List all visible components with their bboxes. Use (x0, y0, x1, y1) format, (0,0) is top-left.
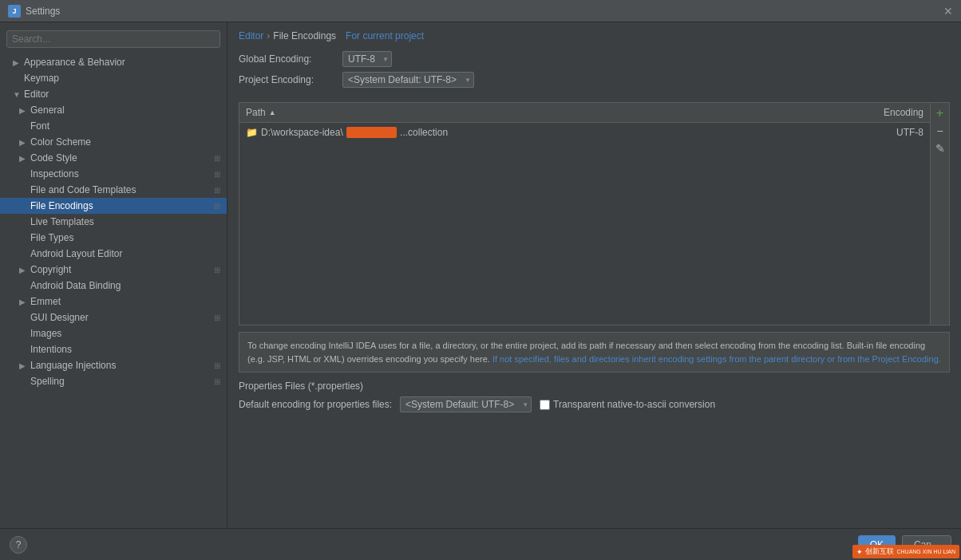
sort-arrow-icon: ▲ (269, 108, 276, 116)
sidebar-item-label: Spelling (30, 376, 65, 387)
sidebar-item-label: File and Code Templates (30, 184, 136, 195)
sidebar-item-android-data-binding[interactable]: Android Data Binding (0, 278, 227, 294)
sidebar-item-appearance-behavior[interactable]: ▶ Appearance & Behavior (0, 54, 227, 70)
global-encoding-row: Global Encoding: UTF-8 (239, 51, 950, 67)
sidebar-item-label: GUI Designer (30, 312, 89, 323)
transparent-checkbox-row: Transparent native-to-ascii conversion (540, 399, 715, 410)
sidebar-item-label: Font (30, 120, 49, 132)
edit-encoding-button[interactable]: ✎ (933, 141, 947, 156)
sidebar-item-label: Editor (24, 89, 49, 100)
path-blurred (346, 127, 397, 138)
add-encoding-button[interactable]: + (933, 106, 947, 120)
sidebar-item-gui-designer[interactable]: GUI Designer ⊞ (0, 310, 227, 325)
badge-icon: ⊞ (214, 154, 220, 163)
watermark-icon: ✦ (856, 548, 863, 556)
badge-icon: ⊞ (214, 314, 220, 322)
sidebar-item-images[interactable]: Images (0, 325, 227, 341)
sidebar-item-label: Images (30, 328, 61, 339)
description-text2: If not specified, files and directories … (492, 354, 941, 364)
sidebar-item-label: General (30, 105, 65, 116)
sidebar-item-live-templates[interactable]: Live Templates (0, 214, 227, 230)
project-encoding-select[interactable]: <System Default: UTF-8> (342, 72, 474, 88)
sidebar-item-file-code-templates[interactable]: File and Code Templates ⊞ (0, 182, 227, 198)
expand-arrow: ▶ (19, 266, 27, 274)
sidebar-item-label: Live Templates (30, 216, 94, 227)
bottom-bar: ? OK Can... (0, 528, 961, 560)
global-encoding-wrapper: UTF-8 (342, 51, 392, 67)
project-encoding-label: Project Encoding: (239, 74, 342, 85)
badge-icon: ⊞ (214, 170, 220, 179)
sidebar-item-spelling[interactable]: Spelling ⊞ (0, 373, 227, 389)
file-table-container: Path ▲ Encoding 📁 D:\workspace-idea\ (239, 102, 950, 325)
global-encoding-select[interactable]: UTF-8 (342, 51, 392, 67)
expand-arrow: ▶ (19, 361, 27, 370)
sidebar-item-file-types[interactable]: File Types (0, 230, 227, 246)
col-path-header[interactable]: Path ▲ (239, 105, 834, 120)
path-end: ...collection (400, 127, 448, 138)
sidebar-item-android-layout-editor[interactable]: Android Layout Editor (0, 246, 227, 262)
sidebar-item-intentions[interactable]: Intentions (0, 341, 227, 357)
sidebar-item-code-style[interactable]: ▶ Code Style ⊞ (0, 150, 227, 166)
sidebar-item-keymap[interactable]: Keymap (0, 70, 227, 86)
sidebar-item-emmet[interactable]: ▶ Emmet (0, 294, 227, 310)
breadcrumb-editor-link[interactable]: Editor (239, 30, 263, 41)
transparent-checkbox[interactable] (540, 400, 550, 410)
watermark-subtext: CHUANG XIN HU LIAN (896, 549, 955, 554)
expand-arrow: ▼ (13, 90, 21, 99)
badge-icon: ⊞ (214, 266, 220, 274)
sidebar-item-label: Intentions (30, 344, 72, 355)
sidebar-item-label: Emmet (30, 296, 61, 307)
sidebar-item-label: Language Injections (30, 360, 116, 371)
table-body: 📁 D:\workspace-idea\ ...collection UTF-8 (239, 123, 930, 325)
table-row[interactable]: 📁 D:\workspace-idea\ ...collection UTF-8 (239, 123, 930, 143)
sidebar-item-label: Code Style (30, 152, 77, 164)
sidebar-item-label: Keymap (24, 73, 59, 84)
badge-icon: ⊞ (214, 186, 220, 195)
help-button[interactable]: ? (10, 536, 27, 554)
col-encoding-header[interactable]: Encoding (834, 105, 930, 120)
sidebar-item-color-scheme[interactable]: ▶ Color Scheme (0, 134, 227, 150)
cell-path: 📁 D:\workspace-idea\ ...collection (239, 125, 834, 140)
table-toolbar: + − ✎ (930, 103, 949, 325)
sidebar-item-inspections[interactable]: Inspections ⊞ (0, 166, 227, 182)
path-start: D:\workspace-idea\ (261, 127, 343, 138)
properties-row: Default encoding for properties files: <… (239, 396, 950, 412)
content-area: Editor › File Encodings For current proj… (227, 22, 961, 528)
sidebar-item-file-encodings[interactable]: File Encodings ⊞ (0, 198, 227, 214)
sidebar-item-general[interactable]: ▶ General (0, 102, 227, 118)
sidebar-item-label: Appearance & Behavior (24, 57, 125, 68)
breadcrumb-current: File Encodings (273, 30, 336, 41)
breadcrumb-separator: › (267, 30, 270, 41)
breadcrumb: Editor › File Encodings For current proj… (227, 22, 961, 48)
search-input[interactable] (6, 30, 220, 48)
folder-icon: 📁 (246, 127, 258, 138)
badge-icon: ⊞ (214, 377, 220, 386)
sidebar-item-label: Android Data Binding (30, 280, 121, 291)
badge-icon: ⊞ (214, 202, 220, 211)
title-bar: J Settings ✕ (0, 0, 961, 22)
table-main: Path ▲ Encoding 📁 D:\workspace-idea\ (239, 103, 949, 325)
sidebar-item-editor[interactable]: ▼ Editor (0, 86, 227, 102)
properties-encoding-wrapper: <System Default: UTF-8> (400, 396, 532, 412)
sidebar-item-label: File Encodings (30, 200, 93, 211)
badge-icon: ⊞ (214, 361, 220, 370)
window-title: Settings (26, 6, 60, 17)
sidebar-item-copyright[interactable]: ▶ Copyright ⊞ (0, 262, 227, 278)
sidebar-item-font[interactable]: Font (0, 118, 227, 134)
global-encoding-label: Global Encoding: (239, 53, 342, 65)
table-header: Path ▲ Encoding (239, 103, 930, 123)
sidebar-item-label: Inspections (30, 168, 79, 179)
sidebar-item-language-injections[interactable]: ▶ Language Injections ⊞ (0, 357, 227, 373)
remove-encoding-button[interactable]: − (933, 124, 947, 138)
expand-arrow: ▶ (19, 298, 27, 306)
properties-section: Properties Files (*.properties) Default … (239, 381, 950, 412)
expand-arrow: ▶ (13, 58, 21, 67)
properties-encoding-select[interactable]: <System Default: UTF-8> (400, 396, 532, 412)
sidebar-item-label: Android Layout Editor (30, 248, 122, 259)
breadcrumb-project-link[interactable]: For current project (346, 30, 424, 41)
cell-encoding: UTF-8 (834, 125, 930, 140)
close-button[interactable]: ✕ (943, 5, 953, 18)
expand-arrow: ▶ (19, 106, 27, 115)
properties-title: Properties Files (*.properties) (239, 381, 950, 392)
transparent-label: Transparent native-to-ascii conversion (553, 399, 715, 410)
